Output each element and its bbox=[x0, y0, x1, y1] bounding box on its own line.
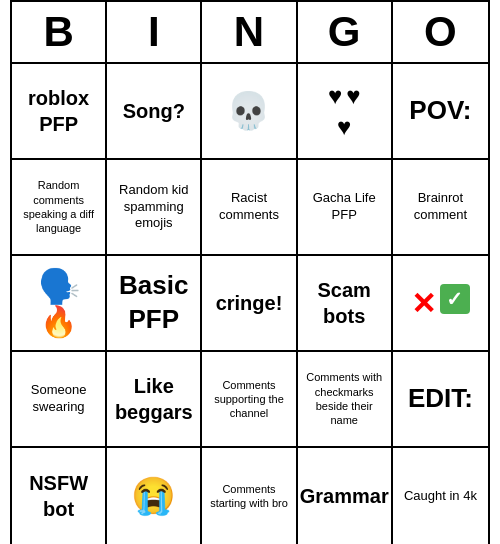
heart-1: ♥ bbox=[328, 80, 342, 111]
heart-2: ♥ bbox=[346, 80, 360, 111]
cell-r2c3-text: Racist comments bbox=[208, 190, 289, 224]
cell-r4c1-text: Someone swearing bbox=[18, 382, 99, 416]
bingo-grid: roblox PFP Song? 💀 ♥ ♥ ♥ POV: Random co bbox=[12, 64, 488, 544]
letter-b: B bbox=[12, 2, 107, 62]
cell-r3c3: cringe! bbox=[202, 256, 297, 352]
cell-r1c5-text: POV: bbox=[409, 94, 471, 128]
cell-r4c4: Comments with checkmarks beside their na… bbox=[298, 352, 393, 448]
cell-r2c2: Random kid spamming emojis bbox=[107, 160, 202, 256]
cell-r4c5: EDIT: bbox=[393, 352, 488, 448]
cell-r4c4-text: Comments with checkmarks beside their na… bbox=[304, 370, 385, 427]
cell-r3c1: 🗣️ 🔥 bbox=[12, 256, 107, 352]
xv-display: ✕ ✓ bbox=[411, 284, 470, 323]
letter-i: I bbox=[107, 2, 202, 62]
cell-r2c2-text: Random kid spamming emojis bbox=[113, 182, 194, 233]
cell-r2c5: Brainrot comment bbox=[393, 160, 488, 256]
cell-r3c2: Basic PFP bbox=[107, 256, 202, 352]
face-fire-display: 🗣️ 🔥 bbox=[38, 268, 80, 338]
cell-r1c4: ♥ ♥ ♥ bbox=[298, 64, 393, 160]
cell-r1c2: Song? bbox=[107, 64, 202, 160]
cell-r5c4: Grammar bbox=[298, 448, 393, 544]
cell-r2c5-text: Brainrot comment bbox=[399, 190, 482, 224]
hearts-display: ♥ ♥ ♥ bbox=[328, 80, 361, 142]
cell-r5c5-text: Caught in 4k bbox=[404, 488, 477, 505]
letter-o: O bbox=[393, 2, 488, 62]
cell-r1c1: roblox PFP bbox=[12, 64, 107, 160]
letter-g: G bbox=[298, 2, 393, 62]
cell-r5c3: Comments starting with bro bbox=[202, 448, 297, 544]
cell-r4c3-text: Comments supporting the channel bbox=[208, 378, 289, 421]
cell-r3c2-text: Basic PFP bbox=[113, 269, 194, 337]
cell-r4c1: Someone swearing bbox=[12, 352, 107, 448]
crying-emoji: 😭 bbox=[131, 478, 176, 514]
cell-r3c4-text: Scam bots bbox=[304, 277, 385, 329]
cell-r4c5-text: EDIT: bbox=[408, 382, 473, 416]
cell-r3c4: Scam bots bbox=[298, 256, 393, 352]
cell-r5c1-text: NSFW bot bbox=[18, 470, 99, 522]
cell-r3c3-text: cringe! bbox=[216, 290, 283, 316]
hearts-row-bottom: ♥ bbox=[337, 111, 351, 142]
hearts-row-top: ♥ ♥ bbox=[328, 80, 361, 111]
cell-r5c5: Caught in 4k bbox=[393, 448, 488, 544]
speaking-face-emoji: 🗣️ bbox=[38, 268, 80, 305]
cell-r1c5: POV: bbox=[393, 64, 488, 160]
cell-r2c1: Random comments speaking a diff language bbox=[12, 160, 107, 256]
cell-r3c5: ✕ ✓ bbox=[393, 256, 488, 352]
heart-3: ♥ bbox=[337, 111, 351, 142]
bingo-header: B I N G O bbox=[12, 2, 488, 64]
bingo-card: B I N G O roblox PFP Song? 💀 ♥ ♥ ♥ bbox=[10, 0, 490, 544]
fire-emoji: 🔥 bbox=[40, 305, 77, 338]
skull-emoji: 💀 bbox=[226, 93, 271, 129]
letter-n: N bbox=[202, 2, 297, 62]
cell-r5c3-text: Comments starting with bro bbox=[208, 482, 289, 511]
cell-r4c3: Comments supporting the channel bbox=[202, 352, 297, 448]
cell-r2c1-text: Random comments speaking a diff language bbox=[18, 178, 99, 235]
cell-r2c4-text: Gacha Life PFP bbox=[304, 190, 385, 224]
cell-r4c2: Like beggars bbox=[107, 352, 202, 448]
cell-r1c3: 💀 bbox=[202, 64, 297, 160]
x-mark-icon: ✕ bbox=[411, 284, 436, 323]
cell-r1c2-text: Song? bbox=[123, 98, 185, 124]
cell-r4c2-text: Like beggars bbox=[113, 373, 194, 425]
cell-r5c2: 😭 bbox=[107, 448, 202, 544]
cell-r5c1: NSFW bot bbox=[12, 448, 107, 544]
cell-r2c3: Racist comments bbox=[202, 160, 297, 256]
checkmark-icon: ✓ bbox=[440, 284, 470, 314]
cell-r2c4: Gacha Life PFP bbox=[298, 160, 393, 256]
cell-r1c1-text: roblox PFP bbox=[18, 85, 99, 137]
cell-r5c4-text: Grammar bbox=[300, 483, 389, 509]
